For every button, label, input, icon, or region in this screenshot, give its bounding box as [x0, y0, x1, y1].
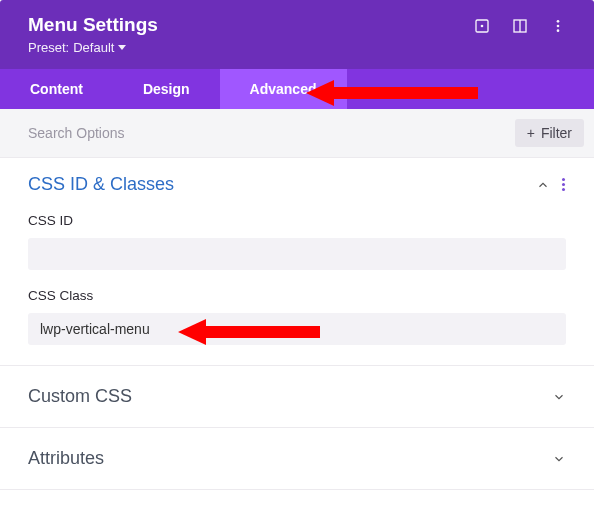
- help-icon[interactable]: [474, 18, 490, 34]
- section-head: Custom CSS: [28, 386, 566, 407]
- chevron-down-icon[interactable]: [552, 390, 566, 404]
- field-css-class: CSS Class: [28, 288, 566, 345]
- tab-design[interactable]: Design: [113, 69, 220, 109]
- css-class-label: CSS Class: [28, 288, 566, 303]
- field-css-id: CSS ID: [28, 213, 566, 270]
- panel-header: Menu Settings Preset: Default: [0, 0, 594, 69]
- more-vert-icon[interactable]: [562, 178, 566, 191]
- search-input[interactable]: [28, 125, 515, 141]
- preset-dropdown[interactable]: Preset: Default: [28, 40, 158, 55]
- section-title: Attributes: [28, 448, 104, 469]
- css-id-input[interactable]: [28, 238, 566, 270]
- css-id-label: CSS ID: [28, 213, 566, 228]
- tab-advanced[interactable]: Advanced: [220, 69, 347, 109]
- header-left: Menu Settings Preset: Default: [28, 14, 158, 55]
- section-head[interactable]: CSS ID & Classes: [28, 174, 566, 195]
- section-controls: [552, 390, 566, 404]
- tabs-bar: Content Design Advanced: [0, 69, 594, 109]
- caret-down-icon: [118, 45, 126, 50]
- section-head: Attributes: [28, 448, 566, 469]
- svg-point-1: [481, 25, 484, 28]
- layout-icon[interactable]: [512, 18, 528, 34]
- plus-icon: +: [527, 125, 535, 141]
- section-custom-css[interactable]: Custom CSS: [0, 366, 594, 428]
- filter-label: Filter: [541, 125, 572, 141]
- preset-value: Default: [73, 40, 114, 55]
- section-controls: [536, 178, 566, 192]
- chevron-down-icon[interactable]: [552, 452, 566, 466]
- panel-title: Menu Settings: [28, 14, 158, 36]
- section-css-id-classes: CSS ID & Classes CSS ID CSS Class: [0, 158, 594, 366]
- chevron-up-icon[interactable]: [536, 178, 550, 192]
- filter-button[interactable]: + Filter: [515, 119, 584, 147]
- search-bar: + Filter: [0, 109, 594, 158]
- section-title: Custom CSS: [28, 386, 132, 407]
- svg-point-4: [557, 20, 560, 23]
- preset-prefix: Preset:: [28, 40, 69, 55]
- tab-content[interactable]: Content: [0, 69, 113, 109]
- more-vert-icon[interactable]: [550, 18, 566, 34]
- section-controls: [552, 452, 566, 466]
- section-attributes[interactable]: Attributes: [0, 428, 594, 490]
- content-area: CSS ID & Classes CSS ID CSS Class Custom…: [0, 158, 594, 490]
- css-class-input[interactable]: [28, 313, 566, 345]
- section-title: CSS ID & Classes: [28, 174, 174, 195]
- settings-panel: Menu Settings Preset: Default Content De…: [0, 0, 594, 505]
- svg-point-6: [557, 29, 560, 32]
- header-icons: [474, 18, 566, 34]
- svg-point-5: [557, 25, 560, 28]
